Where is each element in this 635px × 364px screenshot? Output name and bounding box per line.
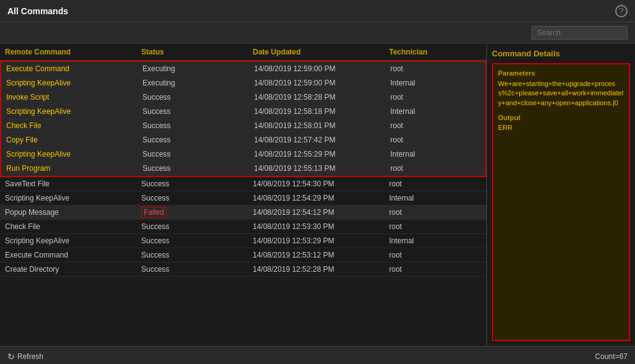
- date-cell: 14/08/2019 12:58:18 PM: [254, 107, 390, 116]
- col-header-tech: Technician: [389, 48, 486, 56]
- col-header-command: Remote Command: [5, 48, 141, 56]
- cmd-name-cell: Copy File: [6, 136, 142, 144]
- table-row[interactable]: Invoke ScriptSuccess14/08/2019 12:58:28 …: [1, 90, 485, 105]
- tech-cell: root: [389, 265, 486, 274]
- cmd-name-cell: Scripting KeepAlive: [5, 236, 141, 245]
- date-cell: 14/08/2019 12:58:28 PM: [254, 93, 390, 102]
- params-value: We+are+starting+the+upgrade+process%2c+p…: [498, 79, 624, 108]
- main-content: Remote Command Status Date Updated Techn…: [0, 44, 635, 346]
- col-header-date: Date Updated: [253, 48, 389, 56]
- table-row[interactable]: Scripting KeepAliveSuccess14/08/2019 12:…: [1, 147, 485, 162]
- status-cell: Success: [141, 194, 253, 202]
- table-row[interactable]: Popup MessageFailed14/08/2019 12:54:12 P…: [0, 206, 486, 220]
- page-title: All Commands: [7, 6, 68, 16]
- table-row[interactable]: Create DirectorySuccess14/08/2019 12:52:…: [0, 262, 486, 277]
- cmd-name-cell: Check File: [5, 222, 141, 231]
- status-cell: Executing: [142, 79, 254, 87]
- yellow-rows-group: Execute CommandExecuting14/08/2019 12:59…: [0, 61, 486, 177]
- table-row[interactable]: Copy FileSuccess14/08/2019 12:57:42 PMro…: [1, 133, 485, 147]
- status-cell: Success: [141, 180, 253, 188]
- status-cell: Success: [142, 164, 254, 173]
- tech-cell: Internal: [390, 79, 486, 87]
- output-value: ERR: [498, 124, 624, 131]
- tech-cell: root: [389, 251, 486, 259]
- date-cell: 14/08/2019 12:55:13 PM: [254, 164, 390, 173]
- tech-cell: root: [390, 93, 486, 102]
- table-row[interactable]: Scripting KeepAliveSuccess14/08/2019 12:…: [0, 234, 486, 248]
- cmd-name-cell: Create Directory: [5, 265, 141, 274]
- tech-cell: root: [390, 64, 486, 73]
- status-cell: Success: [141, 265, 253, 274]
- table-row[interactable]: Scripting KeepAliveSuccess14/08/2019 12:…: [0, 191, 486, 206]
- footer: ↻ Refresh Count=67: [0, 346, 635, 364]
- tech-cell: Internal: [390, 150, 486, 158]
- cmd-name-cell: Check File: [6, 121, 142, 130]
- table-row[interactable]: Check FileSuccess14/08/2019 12:53:30 PMr…: [0, 220, 486, 234]
- status-cell: Success: [142, 107, 254, 116]
- table-row[interactable]: Execute CommandExecuting14/08/2019 12:59…: [1, 62, 485, 76]
- status-cell: Success: [141, 251, 253, 259]
- col-header-status: Status: [141, 48, 253, 56]
- status-cell: Success: [142, 93, 254, 102]
- search-bar: [0, 22, 635, 44]
- tech-cell: Internal: [389, 236, 486, 245]
- tech-cell: Internal: [389, 194, 486, 202]
- tech-cell: root: [390, 164, 486, 173]
- command-details-title: Command Details: [492, 49, 630, 58]
- status-cell: Success: [142, 150, 254, 158]
- help-icon[interactable]: ?: [615, 5, 628, 17]
- table-row[interactable]: Scripting KeepAliveSuccess14/08/2019 12:…: [1, 105, 485, 119]
- status-cell: Success: [141, 222, 253, 231]
- date-cell: 14/08/2019 12:53:12 PM: [253, 251, 389, 259]
- count-text: Count=67: [595, 352, 628, 361]
- cmd-name-cell: Execute Command: [6, 64, 142, 73]
- status-cell: Success: [142, 136, 254, 144]
- tech-cell: Internal: [390, 107, 486, 116]
- refresh-button[interactable]: ↻ Refresh: [7, 352, 43, 362]
- table-body: Execute CommandExecuting14/08/2019 12:59…: [0, 61, 486, 346]
- cmd-name-cell: Execute Command: [5, 251, 141, 259]
- refresh-icon: ↻: [7, 352, 15, 362]
- search-input[interactable]: [532, 26, 628, 40]
- date-cell: 14/08/2019 12:52:28 PM: [253, 265, 389, 274]
- date-cell: 14/08/2019 12:53:30 PM: [253, 222, 389, 231]
- table-section: Remote Command Status Date Updated Techn…: [0, 44, 486, 346]
- cmd-name-cell: SaveText File: [5, 180, 141, 188]
- refresh-label: Refresh: [17, 352, 43, 361]
- cmd-name-cell: Scripting KeepAlive: [6, 79, 142, 87]
- date-cell: 14/08/2019 12:57:42 PM: [254, 136, 390, 144]
- tech-cell: root: [390, 121, 486, 130]
- table-row[interactable]: Execute CommandSuccess14/08/2019 12:53:1…: [0, 248, 486, 262]
- tech-cell: root: [390, 136, 486, 144]
- cmd-name-cell: Scripting KeepAlive: [6, 150, 142, 158]
- app-header: All Commands ?: [0, 0, 635, 22]
- date-cell: 14/08/2019 12:58:01 PM: [254, 121, 390, 130]
- table-row[interactable]: Run ProgramSuccess14/08/2019 12:55:13 PM…: [1, 162, 485, 176]
- date-cell: 14/08/2019 12:54:12 PM: [253, 208, 389, 217]
- cmd-name-cell: Scripting KeepAlive: [5, 194, 141, 202]
- cmd-name-cell: Scripting KeepAlive: [6, 107, 142, 116]
- status-cell: Failed: [141, 208, 253, 217]
- date-cell: 14/08/2019 12:53:29 PM: [253, 236, 389, 245]
- status-cell: Success: [142, 121, 254, 130]
- table-row[interactable]: Check FileSuccess14/08/2019 12:58:01 PMr…: [1, 119, 485, 133]
- status-cell: Success: [141, 236, 253, 245]
- date-cell: 14/08/2019 12:55:29 PM: [254, 150, 390, 158]
- right-panel: Command Details Parameters We+are+starti…: [486, 44, 635, 346]
- date-cell: 14/08/2019 12:54:30 PM: [253, 180, 389, 188]
- date-cell: 14/08/2019 12:59:00 PM: [254, 79, 390, 87]
- cmd-name-cell: Run Program: [6, 164, 142, 173]
- date-cell: 14/08/2019 12:54:29 PM: [253, 194, 389, 202]
- tech-cell: root: [389, 208, 486, 217]
- tech-cell: root: [389, 222, 486, 231]
- cmd-name-cell: Popup Message: [5, 208, 141, 217]
- params-label: Parameters: [498, 69, 624, 77]
- tech-cell: root: [389, 180, 486, 188]
- date-cell: 14/08/2019 12:59:00 PM: [254, 64, 390, 73]
- cmd-name-cell: Invoke Script: [6, 93, 142, 102]
- table-row[interactable]: SaveText FileSuccess14/08/2019 12:54:30 …: [0, 177, 486, 191]
- table-row[interactable]: Scripting KeepAliveExecuting14/08/2019 1…: [1, 76, 485, 90]
- table-header: Remote Command Status Date Updated Techn…: [0, 44, 486, 61]
- output-label: Output: [498, 114, 624, 121]
- status-cell: Executing: [142, 64, 254, 73]
